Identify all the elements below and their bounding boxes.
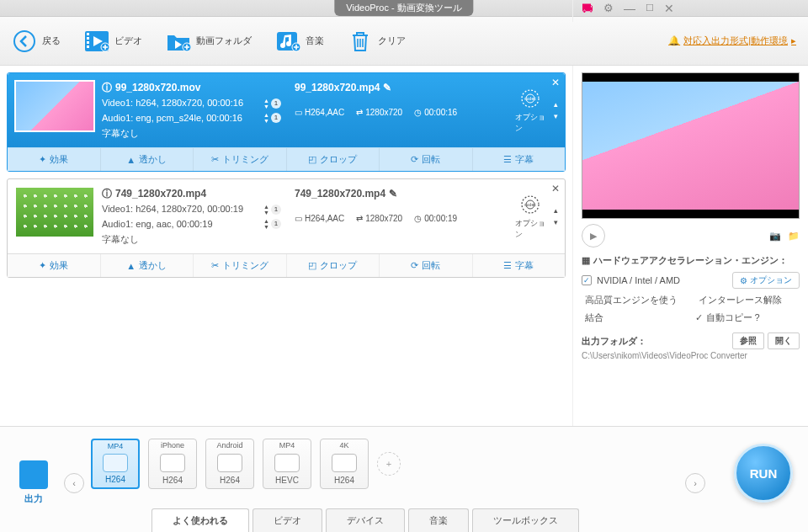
snapshot-icon[interactable]: 📷: [769, 231, 781, 242]
track-up[interactable]: ▲▼: [263, 218, 269, 230]
svg-rect-4: [87, 41, 89, 44]
output-path: C:\Users\nikom\Videos\VideoProc Converte…: [582, 351, 800, 360]
preset-icon: [103, 454, 128, 472]
run-button[interactable]: RUN: [734, 444, 793, 503]
preset-item[interactable]: 4KH264: [320, 439, 369, 489]
back-button[interactable]: 戻る: [12, 29, 61, 54]
app-title: VideoProc - 動画変換ツール: [334, 0, 473, 16]
output-profile-button[interactable]: 出力: [10, 434, 57, 532]
main-toolbar: 戻る ビデオ 動画フォルダ 音楽 クリア 🔔対応入出力形式|動作環境 ▸: [0, 17, 808, 66]
add-music-button[interactable]: 音楽: [275, 29, 324, 54]
add-folder-button[interactable]: 動画フォルダ: [166, 29, 252, 54]
preset-icon: [332, 454, 357, 472]
video-track-num: 1: [271, 98, 281, 109]
clock-icon: ◷: [414, 211, 422, 226]
tab-music[interactable]: 音楽: [408, 508, 469, 532]
remove-item-button[interactable]: ✕: [551, 77, 560, 88]
presets-next[interactable]: ›: [685, 473, 705, 493]
video-track-num: 1: [271, 205, 281, 215]
move-down[interactable]: ▾: [554, 112, 558, 120]
clock-icon: ◷: [414, 105, 422, 120]
move-up[interactable]: ▴: [554, 100, 558, 109]
file-card[interactable]: ✕ ⓘ99_1280x720.mov Video1: h264, 1280x72…: [7, 72, 566, 172]
move-down[interactable]: ▾: [554, 218, 558, 226]
res-icon: ⇄: [356, 105, 363, 120]
codec-icon: ▭: [295, 105, 302, 120]
autocopy-checkbox[interactable]: ✓: [695, 312, 703, 323]
codec-options-button[interactable]: codec オプション: [515, 80, 545, 141]
settings-icon[interactable]: ⚙: [603, 2, 614, 14]
open-button[interactable]: 開く: [768, 332, 800, 349]
maximize-button[interactable]: ☐: [646, 3, 654, 13]
cc-icon: ☰: [503, 154, 512, 165]
dur-text: 00:00:19: [424, 211, 457, 226]
track-up[interactable]: ▲▼: [263, 204, 269, 215]
add-video-button[interactable]: ビデオ: [84, 29, 142, 54]
dst-filename: 99_1280x720.mp4: [295, 80, 380, 95]
crop-icon: ◰: [308, 260, 316, 271]
play-button[interactable]: ▶: [582, 224, 605, 247]
preset-item[interactable]: AndroidH264: [205, 439, 254, 489]
effect-button[interactable]: ✦効果: [8, 148, 101, 171]
clear-button[interactable]: クリア: [348, 29, 406, 54]
cc-icon: ☰: [503, 260, 512, 271]
rotate-icon: ⟳: [411, 154, 418, 165]
preset-item[interactable]: MP4HEVC: [263, 439, 311, 489]
tab-popular[interactable]: よく使われる: [152, 508, 249, 532]
res-icon: ⇄: [356, 211, 363, 226]
track-up[interactable]: ▲▼: [263, 112, 269, 124]
rotate-button[interactable]: ⟳回転: [380, 254, 473, 277]
bottom-bar: 出力 ‹ MP4H264iPhoneH264AndroidH264MP4HEVC…: [0, 426, 808, 532]
back-icon: [12, 29, 37, 54]
edit-icon[interactable]: ✎: [383, 80, 391, 95]
tab-toolbox[interactable]: ツールボックス: [472, 508, 579, 532]
open-folder-icon[interactable]: 📁: [788, 231, 800, 242]
cart-icon[interactable]: ⛟: [582, 2, 593, 15]
watermark-button[interactable]: ▲透かし: [101, 148, 194, 171]
track-up[interactable]: ▲▼: [263, 98, 269, 109]
codec-options-button[interactable]: codec オプション: [515, 186, 545, 247]
tab-device[interactable]: デバイス: [326, 508, 405, 532]
stamp-icon: ▲: [126, 261, 136, 271]
file-card[interactable]: ✕ ⓘ749_1280x720.mp4 Video1: h264, 1280x7…: [7, 178, 566, 278]
effect-button[interactable]: ✦効果: [8, 254, 101, 277]
subtitle-button[interactable]: ☰字幕: [473, 254, 566, 277]
edit-icon[interactable]: ✎: [389, 186, 397, 201]
hw-options-button[interactable]: ⚙オプション: [732, 272, 800, 289]
presets-prev[interactable]: ‹: [64, 473, 84, 493]
subtitle-button[interactable]: ☰字幕: [473, 148, 566, 171]
compat-link[interactable]: 🔔対応入出力形式|動作環境 ▸: [668, 35, 796, 47]
thumbnail: [14, 186, 95, 238]
crop-button[interactable]: ◰クロップ: [287, 148, 380, 171]
src-filename: 99_1280x720.mov: [115, 80, 200, 95]
crop-button[interactable]: ◰クロップ: [287, 254, 380, 277]
minimize-button[interactable]: —: [624, 2, 635, 15]
close-button[interactable]: ✕: [664, 2, 674, 15]
audio-track-num: 1: [271, 113, 281, 123]
add-preset-button[interactable]: +: [377, 452, 401, 476]
output-folder-label: 出力フォルダ：: [582, 335, 646, 348]
trim-button[interactable]: ✂トリミング: [194, 254, 287, 277]
move-up[interactable]: ▴: [554, 206, 558, 215]
preset-icon: [217, 454, 242, 472]
scissors-icon: ✂: [211, 260, 219, 271]
trim-button[interactable]: ✂トリミング: [194, 148, 287, 171]
preset-icon: [160, 454, 185, 472]
browse-button[interactable]: 参照: [732, 332, 764, 349]
res-text: 1280x720: [365, 105, 402, 120]
svg-rect-5: [87, 45, 89, 48]
preset-item[interactable]: MP4H264: [91, 439, 140, 489]
hw-enable-checkbox[interactable]: ✓: [582, 275, 592, 285]
stamp-icon: ▲: [126, 155, 136, 165]
hw-vendor-label: NVIDIA / Intel / AMD: [597, 275, 680, 285]
video-icon: [84, 29, 109, 54]
remove-item-button[interactable]: ✕: [551, 183, 560, 194]
tab-video[interactable]: ビデオ: [252, 508, 322, 532]
preset-item[interactable]: iPhoneH264: [148, 439, 197, 489]
crop-icon: ◰: [308, 154, 316, 165]
side-panel: ▶ 📷 📁 ▦ハードウェアアクセラレーション・エンジン： ✓ NVIDIA / …: [572, 66, 808, 426]
watermark-button[interactable]: ▲透かし: [101, 254, 194, 277]
hw-accel-heading: ▦ハードウェアアクセラレーション・エンジン：: [582, 254, 800, 267]
dst-filename: 749_1280x720.mp4: [295, 186, 385, 201]
rotate-button[interactable]: ⟳回転: [380, 148, 473, 171]
